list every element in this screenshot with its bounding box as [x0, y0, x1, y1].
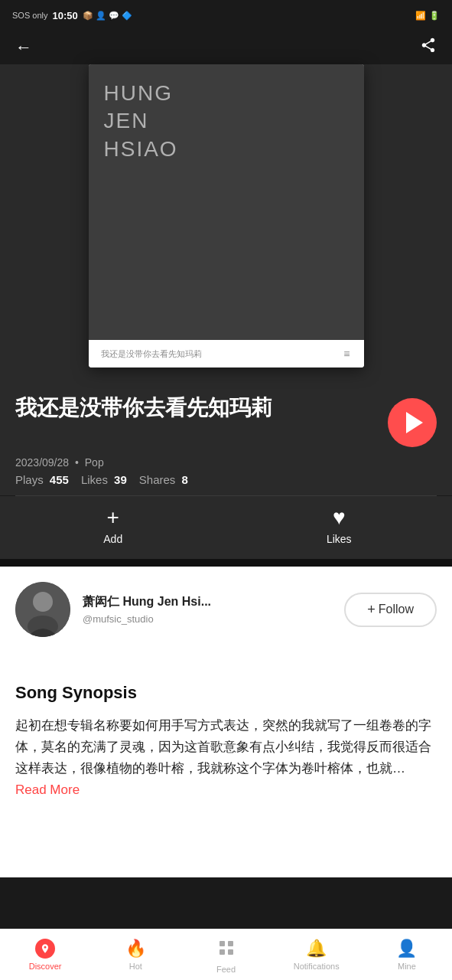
heart-icon: ♥	[333, 507, 346, 528]
nav-item-notifications[interactable]: 🔔 Notifications	[272, 936, 362, 977]
wifi-icon: 🔋	[429, 11, 440, 21]
song-info: 我还是没带你去看先知玛莉	[0, 383, 452, 453]
album-art: HUNG JEN HSIAO	[89, 64, 364, 340]
status-bar: SOS only 10:50 📦 👤 💬 🔷 📶 🔋	[0, 0, 452, 31]
song-title: 我还是没带你去看先知玛莉	[15, 395, 388, 421]
likes-stat: Likes 39	[81, 473, 127, 486]
artist-avatar[interactable]	[15, 582, 70, 637]
nav-label-feed: Feed	[216, 965, 236, 974]
artist-handle: @mufsic_studio	[83, 613, 332, 625]
synopsis-body: 起初在想专辑名称要如何用手写方式表达，突然的我就写了一组卷卷的字体，莫名的充满了…	[15, 718, 431, 776]
nav-item-hot[interactable]: 🔥 Hot	[90, 936, 180, 977]
artist-section: 萧闳仁 Hung Jen Hsi... @mufsic_studio + Fol…	[0, 567, 452, 652]
likes-label: Likes	[81, 473, 108, 486]
sos-text: SOS only	[12, 11, 47, 20]
add-icon: +	[107, 507, 119, 528]
action-bar: + Add ♥ Likes	[0, 496, 452, 559]
likes-button[interactable]: ♥ Likes	[226, 507, 453, 545]
nav-label-mine: Mine	[398, 962, 416, 971]
svg-rect-49	[228, 949, 233, 955]
header: ←	[0, 31, 452, 64]
share-button[interactable]	[420, 37, 437, 58]
svg-rect-46	[219, 941, 225, 946]
album-footer: 我还是没带你去看先知玛莉 ≡	[89, 340, 364, 368]
follow-plus-icon: +	[367, 602, 376, 618]
likes-value: 39	[114, 473, 127, 486]
shares-value: 8	[181, 473, 187, 486]
signal-icon: 📶	[415, 11, 426, 21]
discover-icon	[35, 939, 55, 959]
feed-icon	[217, 939, 236, 962]
album-card: HUNG JEN HSIAO	[89, 64, 364, 368]
follow-label: Follow	[379, 603, 414, 616]
bottom-nav: Discover 🔥 Hot Feed 🔔 Notifications 👤 Mi…	[0, 929, 452, 980]
section-break	[0, 559, 452, 567]
status-icons: 📦 👤 💬 🔷	[83, 11, 132, 21]
shares-stat: Shares 8	[139, 473, 188, 486]
nav-item-discover[interactable]: Discover	[0, 936, 90, 977]
plays-label: Plays	[15, 473, 44, 486]
add-label: Add	[103, 533, 122, 545]
read-more-button[interactable]: Read More	[15, 782, 80, 797]
svg-point-44	[33, 592, 53, 612]
nav-item-feed[interactable]: Feed	[180, 936, 271, 977]
play-button[interactable]	[388, 398, 437, 447]
svg-rect-47	[228, 941, 233, 946]
status-left: SOS only 10:50 📦 👤 💬 🔷	[12, 10, 132, 21]
synopsis-title: Song Synopsis	[15, 683, 437, 703]
shares-label: Shares	[139, 473, 176, 486]
artist-name: 萧闳仁 Hung Jen Hsi...	[83, 594, 332, 610]
song-meta: 2023/09/28 • Pop Plays 455 Likes 39 Shar…	[0, 453, 452, 495]
notifications-icon: 🔔	[306, 939, 327, 959]
spacing	[0, 652, 452, 671]
hot-icon: 🔥	[125, 939, 146, 959]
album-menu-dots[interactable]: ≡	[343, 348, 351, 360]
bottom-spacer	[0, 816, 452, 877]
follow-button[interactable]: + Follow	[344, 593, 437, 627]
mine-icon: 👤	[396, 939, 417, 959]
artist-info: 萧闳仁 Hung Jen Hsi... @mufsic_studio	[83, 594, 332, 625]
plays-stat: Plays 455	[15, 473, 69, 486]
song-date: 2023/09/28	[15, 456, 69, 469]
plays-value: 455	[50, 473, 69, 486]
song-genre: Pop	[85, 456, 104, 469]
separator: •	[75, 456, 79, 469]
status-time: 10:50	[52, 10, 77, 21]
song-stats: Plays 455 Likes 39 Shares 8	[15, 473, 437, 486]
album-section: HUNG JEN HSIAO	[0, 64, 452, 383]
song-date-genre: 2023/09/28 • Pop	[15, 456, 437, 469]
nav-item-mine[interactable]: 👤 Mine	[362, 936, 452, 977]
nav-label-notifications: Notifications	[294, 962, 340, 971]
back-button[interactable]: ←	[15, 38, 32, 57]
synopsis-text: 起初在想专辑名称要如何用手写方式表达，突然的我就写了一组卷卷的字体，莫名的充满了…	[15, 715, 437, 801]
album-artist-text: HUNG JEN HSIAO	[104, 80, 178, 163]
svg-rect-48	[219, 949, 225, 955]
add-button[interactable]: + Add	[0, 507, 226, 545]
likes-action-label: Likes	[327, 533, 352, 545]
status-right: 📶 🔋	[415, 11, 440, 21]
synopsis-section: Song Synopsis 起初在想专辑名称要如何用手写方式表达，突然的我就写了…	[0, 671, 452, 816]
nav-label-discover: Discover	[29, 962, 62, 971]
nav-label-hot: Hot	[129, 962, 142, 971]
album-subtitle: 我还是没带你去看先知玛莉	[101, 348, 202, 360]
